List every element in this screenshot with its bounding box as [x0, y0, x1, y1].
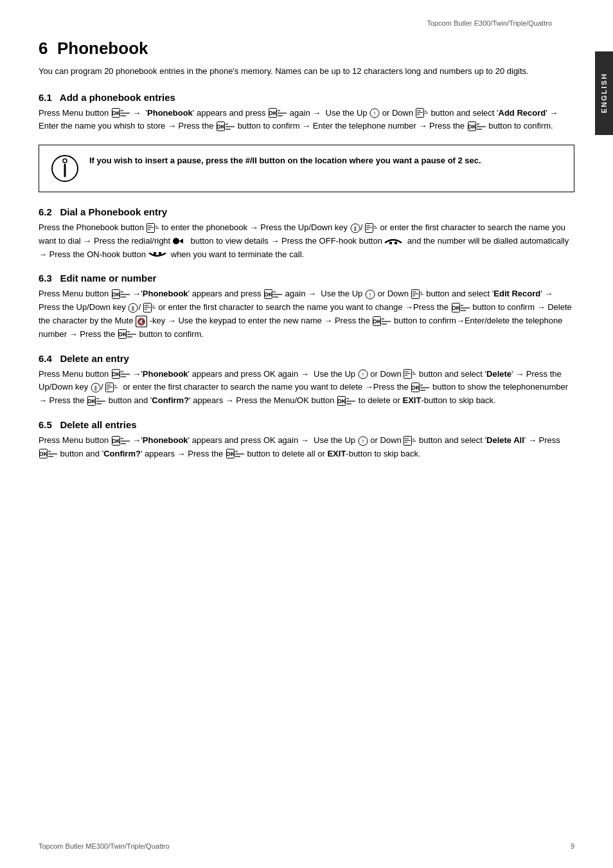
chapter-name: Phonebook: [57, 39, 148, 58]
svg-text:OK: OK: [118, 331, 127, 338]
section-6-1-title: 6.1 Add a phonebook entries: [39, 92, 574, 103]
chapter-intro: You can program 20 phonebook entries in …: [39, 65, 574, 78]
section-6-2-body: Press the Phonebook button to enter the …: [39, 221, 574, 261]
mute-icon: 🔇: [136, 316, 147, 325]
svg-marker-46: [179, 239, 183, 244]
svg-rect-47: [389, 242, 392, 244]
side-tab-label: ENGLISH: [600, 73, 608, 114]
section-6-3-title: 6.3 Edit name or number: [39, 273, 574, 284]
ok-menu-icon-15: OK: [39, 449, 57, 459]
svg-text:↑: ↑: [361, 438, 364, 445]
svg-text:↑: ↑: [368, 291, 371, 298]
header-text: Topcom Butler E300/Twin/Triple/Quattro: [427, 19, 552, 27]
ok-menu-icon-16: OK: [226, 449, 244, 459]
phonebook-icon-3: [143, 302, 156, 312]
svg-rect-49: [154, 252, 156, 255]
top-header: Topcom Butler E300/Twin/Triple/Quattro: [39, 19, 574, 27]
up-icon-1: ↑: [369, 108, 380, 118]
down-icon-4: [404, 435, 416, 445]
svg-text:OK: OK: [264, 291, 273, 298]
svg-text:⇕: ⇕: [93, 385, 98, 392]
section-6-4-label: Delete an entry: [60, 353, 129, 364]
redial-icon: [173, 236, 188, 246]
svg-text:OK: OK: [452, 305, 461, 311]
up-icon-3: ↑: [358, 369, 368, 379]
chapter-number: 6: [39, 39, 48, 58]
svg-point-45: [173, 238, 179, 244]
updown-icon-1: ⇕: [350, 222, 360, 232]
svg-text:⇕: ⇕: [353, 226, 358, 232]
svg-text:OK: OK: [112, 438, 121, 444]
svg-text:OK: OK: [39, 451, 48, 457]
chapter-intro-text: You can program 20 phonebook entries in …: [39, 66, 529, 76]
side-tab: ENGLISH: [595, 51, 613, 135]
ok-menu-icon-5: OK: [112, 289, 130, 300]
down-icon-2: [411, 289, 424, 298]
footer-right: 9: [571, 842, 574, 850]
up-icon-4: ↑: [358, 435, 368, 445]
section-6-5-title: 6.5 Delete all entries: [39, 419, 574, 430]
section-6-5-number: 6.5: [39, 419, 52, 430]
section-6-5-label: Delete all entries: [60, 419, 136, 430]
ok-menu-icon-14: OK: [112, 436, 130, 446]
section-6-3-number: 6.3: [39, 273, 52, 284]
svg-text:🔇: 🔇: [137, 317, 146, 326]
ok-menu-icon-9: OK: [118, 329, 136, 339]
ok-menu-icon-10: OK: [112, 369, 130, 379]
svg-point-29: [63, 159, 67, 163]
notice-text-content: If you wish to insert a pause, press the…: [89, 156, 481, 165]
updown-icon-2: ⇕: [128, 302, 138, 312]
ok-menu-icon-4: OK: [468, 122, 486, 132]
svg-text:↑: ↑: [373, 110, 377, 117]
on-hook-icon: [148, 249, 166, 259]
section-6-1-label: Add a phonebook entries: [60, 92, 175, 103]
section-6-4-title: 6.4 Delete an entry: [39, 353, 574, 364]
footer-left: Topcom Butler ME300/Twin/Triple/Quattro: [39, 842, 170, 850]
section-6-5-body: Press Menu button OK →'Phonebook' appear…: [39, 434, 574, 461]
svg-text:OK: OK: [87, 398, 96, 404]
svg-text:OK: OK: [217, 123, 226, 130]
ok-menu-icon-6: OK: [264, 289, 282, 300]
svg-rect-50: [159, 252, 161, 255]
svg-text:OK: OK: [411, 384, 420, 391]
svg-text:OK: OK: [112, 371, 121, 377]
svg-text:OK: OK: [337, 398, 346, 404]
ok-menu-icon-1: OK: [112, 108, 130, 118]
section-6-1-number: 6.1: [39, 92, 52, 103]
ok-menu-icon-7: OK: [452, 303, 470, 313]
svg-text:⇕: ⇕: [130, 305, 136, 312]
ok-menu-icon-13: OK: [337, 396, 355, 406]
down-icon-3: [404, 369, 416, 379]
off-hook-icon: [384, 236, 402, 246]
down-icon-1: [416, 108, 429, 118]
notice-box: If you wish to insert a pause, press the…: [39, 145, 574, 192]
svg-text:OK: OK: [269, 110, 278, 116]
up-icon-2: ↑: [365, 289, 375, 298]
notice-text: If you wish to insert a pause, press the…: [89, 154, 481, 167]
svg-rect-48: [395, 242, 397, 244]
page: Topcom Butler E300/Twin/Triple/Quattro E…: [0, 0, 613, 868]
updown-icon-3: ⇕: [91, 382, 101, 392]
section-6-2-number: 6.2: [39, 206, 52, 217]
section-6-2-title: 6.2 Dial a Phonebook entry: [39, 206, 574, 217]
ok-menu-icon-12: OK: [87, 396, 105, 406]
section-6-1-body: Press Menu button OK → 'Phonebook' appea…: [39, 107, 574, 134]
section-6-2-label: Dial a Phonebook entry: [60, 206, 167, 217]
phonebook-icon-2: [365, 222, 378, 232]
section-6-3-label: Edit name or number: [60, 273, 156, 284]
svg-text:OK: OK: [226, 451, 235, 457]
phonebook-icon-1: [147, 222, 159, 232]
phonebook-icon-4: [105, 382, 118, 392]
section-6-3-body: Press Menu button OK →'Phonebook' appear…: [39, 287, 574, 341]
footer: Topcom Butler ME300/Twin/Triple/Quattro …: [39, 842, 574, 850]
ok-menu-icon-8: OK: [373, 316, 391, 327]
svg-text:OK: OK: [112, 291, 121, 298]
svg-text:OK: OK: [468, 123, 477, 130]
svg-text:↑: ↑: [361, 371, 364, 378]
ok-menu-icon-2: OK: [269, 108, 287, 118]
section-6-4-number: 6.4: [39, 353, 52, 364]
ok-menu-icon-3: OK: [217, 122, 235, 132]
svg-text:OK: OK: [373, 318, 382, 325]
svg-text:OK: OK: [112, 110, 121, 116]
chapter-title: 6 Phonebook: [39, 39, 574, 59]
